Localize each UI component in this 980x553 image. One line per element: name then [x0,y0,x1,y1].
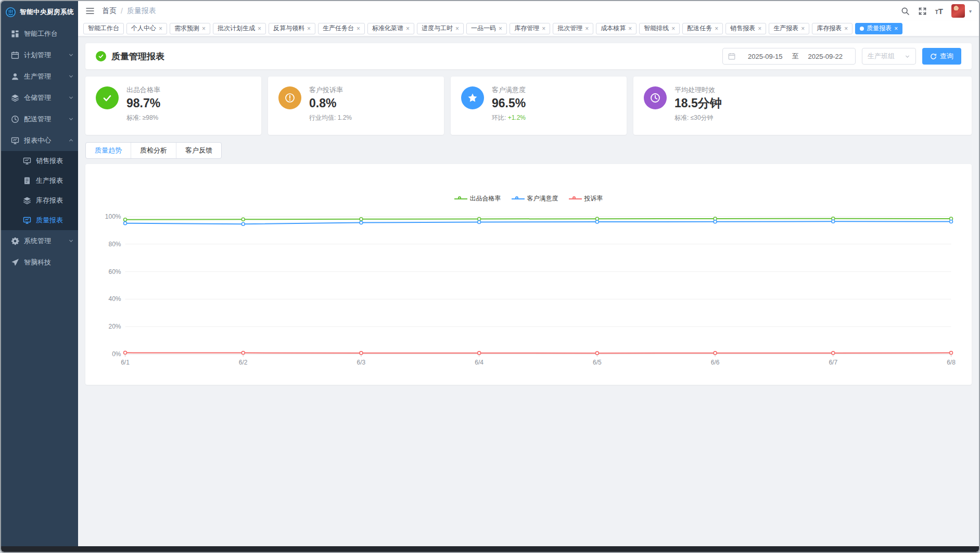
svg-text:60%: 60% [108,268,121,275]
tag-item[interactable]: 配送任务× [682,23,723,34]
chart-panel: 出品合格率客户满意度投诉率 0%20%40%60%80%100%6/16/26/… [85,164,972,385]
legend-label: 出品合格率 [470,194,501,203]
close-icon[interactable]: × [542,26,545,32]
chevron-down-icon [68,52,74,58]
tag-item[interactable]: 生产任务台× [318,23,365,34]
sidebar-subitem-label: 库存报表 [36,196,63,205]
close-icon[interactable]: × [894,26,898,32]
tag-item[interactable]: 标准化菜谱× [367,23,414,34]
svg-text:0%: 0% [112,350,121,358]
sidebar-subitem-label: 质量报表 [36,216,63,225]
tag-label: 销售报表 [730,24,755,33]
tag-label: 需求预测 [174,24,199,33]
svg-text:100%: 100% [105,213,121,220]
layers-icon [11,94,19,102]
close-icon[interactable]: × [844,26,848,32]
close-icon[interactable]: × [159,26,162,32]
sidebar-subitem[interactable]: 库存报表 [1,191,78,210]
date-range-picker[interactable]: 2025-09-15 至 2025-09-22 [722,48,856,65]
stat-value: 96.5% [492,96,526,110]
close-icon[interactable]: × [715,26,718,32]
app-window: 智能中央厨房系统 智能工作台计划管理生产管理仓储管理配送管理报表中心销售报表生产… [0,0,980,553]
fullscreen-icon[interactable] [918,7,927,16]
close-icon[interactable]: × [499,26,502,32]
tag-item[interactable]: 反算与领料× [269,23,315,34]
sidebar-item[interactable]: 配送管理 [1,108,78,130]
tag-item[interactable]: 库存管理× [510,23,550,34]
sidebar-subitem[interactable]: 销售报表 [1,151,78,171]
legend-item[interactable]: 客户满意度 [512,194,558,203]
close-icon[interactable]: × [357,26,360,32]
sidebar: 智能中央厨房系统 智能工作台计划管理生产管理仓储管理配送管理报表中心销售报表生产… [1,1,78,546]
font-size-icon[interactable]: TT [935,7,943,15]
close-icon[interactable]: × [406,26,410,32]
search-icon[interactable] [901,7,910,16]
close-icon[interactable]: × [801,26,805,32]
svg-text:6/1: 6/1 [121,359,130,366]
tag-item[interactable]: 智能排线× [639,23,680,34]
tag-item[interactable]: 质量报表× [855,23,902,34]
sidebar-nav: 智能工作台计划管理生产管理仓储管理配送管理报表中心销售报表生产报表库存报表质量报… [1,23,78,546]
close-icon[interactable]: × [628,26,632,32]
sidebar-item[interactable]: 仓储管理 [1,87,78,108]
sidebar-submenu: 销售报表生产报表库存报表质量报表 [1,151,78,230]
document-icon [23,177,31,185]
sidebar-subitem[interactable]: 质量报表 [1,210,78,230]
sidebar-item[interactable]: 报表中心 [1,130,78,151]
chevron-down-icon [905,54,910,59]
close-icon[interactable]: × [455,26,459,32]
monitor-icon [11,136,19,145]
close-icon[interactable]: × [671,26,675,32]
avatar[interactable] [951,4,965,18]
tag-item[interactable]: 进度与工时× [417,23,464,34]
panel-tab[interactable]: 客户反馈 [176,143,221,158]
legend-item[interactable]: 投诉率 [569,194,603,203]
close-icon[interactable]: × [585,26,589,32]
page-content: 质量管理报表 2025-09-15 至 2025-09-22 生产班组 [78,36,979,546]
app-logo: 智能中央厨房系统 [1,1,78,23]
close-icon[interactable]: × [202,26,206,32]
tag-label: 标准化菜谱 [372,24,403,33]
tag-item[interactable]: 需求预测× [170,23,210,34]
close-icon[interactable]: × [258,26,261,32]
stat-card: 出品合格率98.7%标准: ≥98% [85,77,261,135]
tag-item[interactable]: 一品一码× [466,23,507,34]
sidebar-collapse-icon[interactable] [85,6,95,16]
star-icon [461,86,484,109]
tag-item[interactable]: 库存报表× [812,23,852,34]
tag-item[interactable]: 销售报表× [726,23,766,34]
sidebar-subitem[interactable]: 生产报表 [1,171,78,191]
sidebar-item[interactable]: 生产管理 [1,66,78,87]
tag-item[interactable]: 批次管理× [553,23,593,34]
tag-label: 质量报表 [867,24,892,33]
stat-note: 行业均值: 1.2% [309,114,352,122]
tag-item[interactable]: 个人中心× [126,23,167,34]
legend-item[interactable]: 出品合格率 [454,194,501,203]
date-from[interactable]: 2025-09-15 [741,53,790,60]
panel-tab[interactable]: 质量趋势 [86,143,131,158]
svg-text:6/6: 6/6 [711,359,720,366]
sidebar-item[interactable]: 计划管理 [1,44,78,66]
tag-item[interactable]: 生产报表× [769,23,809,34]
query-button[interactable]: 查询 [922,48,961,65]
svg-text:20%: 20% [108,323,121,330]
stat-note: 标准: ≤30分钟 [674,114,722,122]
tag-item[interactable]: 智能工作台 [83,23,124,34]
date-to[interactable]: 2025-09-22 [801,53,850,60]
close-icon[interactable]: × [758,26,761,32]
breadcrumb-home[interactable]: 首页 [102,6,117,16]
team-select[interactable]: 生产班组 [862,48,916,65]
sidebar-item[interactable]: 智能工作台 [1,23,78,44]
stat-note: 环比: +1.2% [492,114,526,122]
chevron-down-icon[interactable]: ▾ [969,8,972,14]
panel-tab[interactable]: 质检分析 [131,143,176,158]
sidebar-item[interactable]: 系统管理 [1,230,78,252]
line-marker-icon [512,196,525,202]
sidebar-item[interactable]: 智脑科技 [1,252,78,273]
clock-icon [644,86,667,109]
tag-item[interactable]: 成本核算× [596,23,637,34]
close-icon[interactable]: × [307,26,311,32]
date-separator: 至 [790,52,801,61]
tag-item[interactable]: 批次计划生成× [213,23,266,34]
app-title: 智能中央厨房系统 [20,8,74,17]
